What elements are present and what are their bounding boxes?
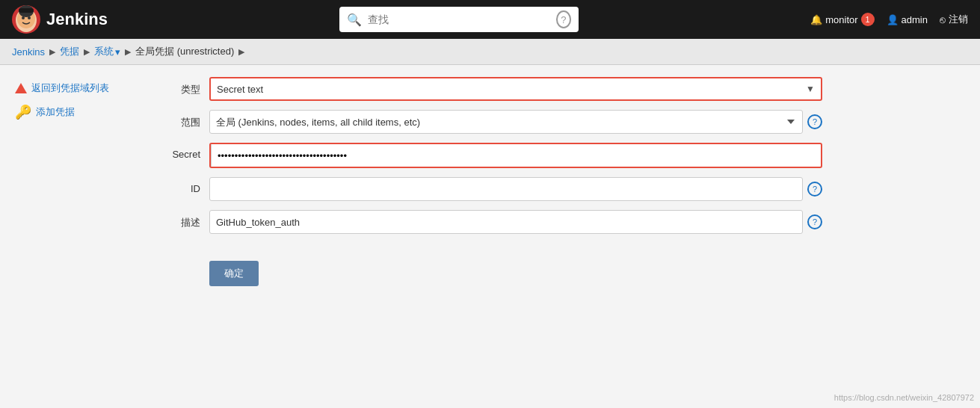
secret-highlight-box [209,143,822,168]
bell-icon: 🔔 [810,14,822,25]
id-control-wrap: ? [209,177,822,201]
svg-rect-5 [19,8,34,13]
jenkins-logo-icon [12,5,40,34]
type-row: 类型 Secret text ▼ [150,77,822,101]
id-label: ID [150,177,209,194]
id-help-icon[interactable]: ? [807,182,822,197]
breadcrumb-jenkins[interactable]: Jenkins [12,46,45,58]
breadcrumb-system-arrow: ▾ [115,46,120,58]
header-actions: 🔔 monitor 1 👤 admin ⎋ 注销 [810,13,968,26]
breadcrumb-sep-3: ▶ [125,47,131,57]
id-row: ID ? [150,177,822,201]
sidebar: 返回到凭据域列表 🔑 添加凭据 [12,77,132,382]
search-icon: 🔍 [347,13,362,27]
secret-control-wrap [209,143,822,168]
sidebar-item-back-label: 返回到凭据域列表 [31,81,109,95]
logo: Jenkins [12,5,108,34]
breadcrumb-sep-2: ▶ [84,47,90,57]
submit-button[interactable]: 确定 [209,261,259,286]
search-help-icon[interactable]: ? [556,10,571,28]
scope-help-icon[interactable]: ? [807,114,822,129]
secret-row: Secret [150,143,822,168]
type-value: Secret text [211,84,800,95]
desc-row: 描述 ? [150,210,822,234]
breadcrumb-sep-1: ▶ [49,47,55,57]
key-icon: 🔑 [15,104,31,120]
monitor-label: monitor [825,14,857,25]
back-icon [15,83,27,93]
submit-area: 确定 [150,246,822,286]
breadcrumb-credentials[interactable]: 凭据 [60,45,79,58]
breadcrumb-system-dropdown[interactable]: 系统 ▾ [94,45,120,58]
id-input[interactable] [209,177,803,201]
secret-input[interactable] [211,144,821,167]
app-title: Jenkins [46,10,108,29]
logout-icon: ⎋ [940,14,946,25]
breadcrumb-system-label: 系统 [94,45,114,58]
content-area: 返回到凭据域列表 🔑 添加凭据 类型 Secret text ▼ 范围 全局 (… [0,65,980,394]
type-dropdown-arrow: ▼ [800,84,821,94]
desc-control-wrap: ? [209,210,822,234]
type-control-wrap: Secret text ▼ [209,77,822,101]
admin-label: admin [902,14,928,25]
watermark: https://blog.csdn.net/weixin_42807972 [834,393,974,402]
sidebar-item-add-label: 添加凭据 [36,105,75,119]
breadcrumb-current: 全局凭据 (unrestricted) [135,45,234,58]
desc-help-icon[interactable]: ? [807,214,822,229]
monitor-button[interactable]: 🔔 monitor 1 [810,13,874,26]
user-icon: 👤 [887,14,899,25]
notification-badge: 1 [861,13,875,26]
sidebar-item-back[interactable]: 返回到凭据域列表 [12,77,132,99]
type-dropdown-highlight[interactable]: Secret text ▼ [209,77,822,101]
header: Jenkins 🔍 ? 🔔 monitor 1 👤 admin ⎋ 注销 [0,0,980,39]
secret-label: Secret [150,143,209,160]
breadcrumb-sep-4: ▶ [238,47,244,57]
logout-button[interactable]: ⎋ 注销 [940,13,968,26]
search-area: 🔍 ? [117,7,801,32]
form-area: 类型 Secret text ▼ 范围 全局 (Jenkins, nodes, … [150,77,822,382]
desc-label: 描述 [150,210,209,229]
scope-control-wrap: 全局 (Jenkins, nodes, items, all child ite… [209,110,822,134]
search-box: 🔍 ? [339,7,579,32]
sidebar-item-add[interactable]: 🔑 添加凭据 [12,99,132,125]
logout-label: 注销 [949,13,968,26]
search-input[interactable] [368,13,550,25]
scope-select[interactable]: 全局 (Jenkins, nodes, items, all child ite… [209,110,803,134]
scope-row: 范围 全局 (Jenkins, nodes, items, all child … [150,110,822,134]
admin-button[interactable]: 👤 admin [887,14,928,25]
desc-input[interactable] [209,210,803,234]
type-label: 类型 [150,77,209,96]
scope-label: 范围 [150,110,209,129]
breadcrumb: Jenkins ▶ 凭据 ▶ 系统 ▾ ▶ 全局凭据 (unrestricted… [0,39,980,65]
